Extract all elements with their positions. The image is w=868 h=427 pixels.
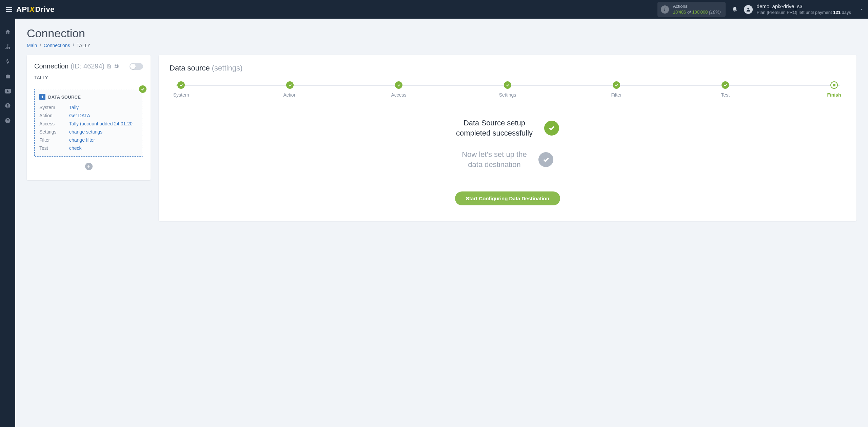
logo[interactable]: APIXDrive bbox=[16, 5, 55, 14]
logo-text-drive: Drive bbox=[35, 5, 55, 14]
content: Connection Main / Connections / TALLY Co… bbox=[15, 19, 868, 427]
actions-of: of bbox=[686, 9, 692, 15]
logo-text-api: API bbox=[16, 5, 29, 14]
breadcrumb-main[interactable]: Main bbox=[27, 43, 37, 48]
user-plan: Plan |Premium PRO| left until payment 12… bbox=[757, 10, 851, 15]
chevron-down-icon[interactable] bbox=[859, 7, 864, 12]
help-icon[interactable] bbox=[5, 118, 11, 124]
svg-point-7 bbox=[7, 104, 8, 106]
actions-quota: 100'000 bbox=[692, 9, 708, 15]
actions-used: 18'406 bbox=[673, 9, 686, 15]
actions-label: Actions: bbox=[673, 4, 721, 9]
row-label-test: Test bbox=[39, 145, 69, 151]
home-icon[interactable] bbox=[5, 29, 11, 35]
step-test[interactable]: Test bbox=[715, 81, 735, 98]
connection-name: TALLY bbox=[34, 73, 143, 84]
row-label-filter: Filter bbox=[39, 137, 69, 143]
step-system[interactable]: System bbox=[171, 81, 191, 98]
page-title: Connection bbox=[27, 27, 856, 40]
connection-toggle[interactable] bbox=[130, 63, 143, 70]
svg-rect-1 bbox=[7, 44, 8, 45]
panel-title: Data source (settings) bbox=[170, 64, 846, 73]
connection-card: Connection (ID: 46294) TALLY 1 DATA SOUR… bbox=[27, 55, 151, 180]
user-text: demo_apix-drive_s3 Plan |Premium PRO| le… bbox=[757, 3, 851, 15]
add-destination-button[interactable]: + bbox=[85, 163, 93, 170]
billing-icon[interactable] bbox=[5, 59, 11, 65]
notifications-icon[interactable] bbox=[732, 6, 738, 13]
gear-icon[interactable] bbox=[114, 64, 119, 69]
actions-counter[interactable]: i Actions: 18'406 of 100'000 (18%) bbox=[657, 2, 726, 17]
row-label-action: Action bbox=[39, 113, 69, 118]
step-settings[interactable]: Settings bbox=[497, 81, 518, 98]
row-label-access: Access bbox=[39, 121, 69, 126]
actions-pct: (18%) bbox=[708, 9, 721, 15]
document-icon[interactable] bbox=[106, 63, 112, 69]
datasource-settings-card: Data source (settings) System Action Acc… bbox=[159, 55, 856, 221]
row-label-system: System bbox=[39, 105, 69, 110]
check-icon bbox=[139, 85, 146, 93]
row-value-filter[interactable]: change filter bbox=[69, 137, 95, 143]
sidebar bbox=[0, 19, 15, 427]
step-finish[interactable]: Finish bbox=[824, 81, 844, 98]
info-icon: i bbox=[661, 5, 669, 14]
svg-rect-2 bbox=[5, 48, 6, 49]
row-value-test[interactable]: check bbox=[69, 145, 82, 151]
breadcrumb-connections[interactable]: Connections bbox=[44, 43, 70, 48]
breadcrumb: Main / Connections / TALLY bbox=[27, 43, 856, 48]
status-success: Data Source setup completed successfully bbox=[456, 118, 559, 138]
connection-id: (ID: 46294) bbox=[71, 62, 104, 70]
row-label-settings: Settings bbox=[39, 129, 69, 135]
topbar: APIXDrive i Actions: 18'406 of 100'000 (… bbox=[0, 0, 868, 19]
connection-card-title: Connection bbox=[34, 62, 68, 70]
step-action[interactable]: Action bbox=[280, 81, 300, 98]
datasource-box[interactable]: 1 DATA SOURCE SystemTally ActionGet DATA… bbox=[34, 89, 143, 157]
row-value-settings[interactable]: change settings bbox=[69, 129, 102, 135]
datasource-badge: 1 bbox=[39, 94, 45, 100]
user-name: demo_apix-drive_s3 bbox=[757, 3, 851, 10]
connections-icon[interactable] bbox=[5, 44, 11, 50]
briefcase-icon[interactable] bbox=[5, 74, 11, 80]
stepper: System Action Access Settings Filter Tes… bbox=[170, 81, 846, 98]
video-icon[interactable] bbox=[4, 88, 11, 94]
check-icon bbox=[538, 152, 553, 167]
row-value-action[interactable]: Get DATA bbox=[69, 113, 90, 118]
row-value-system[interactable]: Tally bbox=[69, 105, 79, 110]
logo-text-x: X bbox=[29, 5, 35, 14]
svg-rect-4 bbox=[9, 48, 10, 49]
user-menu[interactable]: demo_apix-drive_s3 Plan |Premium PRO| le… bbox=[744, 3, 851, 15]
avatar-icon bbox=[744, 5, 753, 14]
actions-text: Actions: 18'406 of 100'000 (18%) bbox=[673, 4, 721, 15]
menu-toggle[interactable] bbox=[4, 5, 14, 14]
svg-rect-3 bbox=[7, 48, 8, 49]
svg-point-0 bbox=[747, 7, 749, 9]
step-filter[interactable]: Filter bbox=[606, 81, 627, 98]
start-destination-button[interactable]: Start Configuring Data Destination bbox=[455, 191, 560, 205]
step-access[interactable]: Access bbox=[389, 81, 409, 98]
status-next: Now let's set up the data destination bbox=[462, 149, 553, 169]
row-value-access[interactable]: Tally (account added 24.01.20 bbox=[69, 121, 133, 126]
datasource-title: DATA SOURCE bbox=[48, 95, 81, 100]
breadcrumb-current: TALLY bbox=[77, 43, 91, 48]
account-icon[interactable] bbox=[5, 103, 11, 109]
check-icon bbox=[544, 121, 559, 136]
